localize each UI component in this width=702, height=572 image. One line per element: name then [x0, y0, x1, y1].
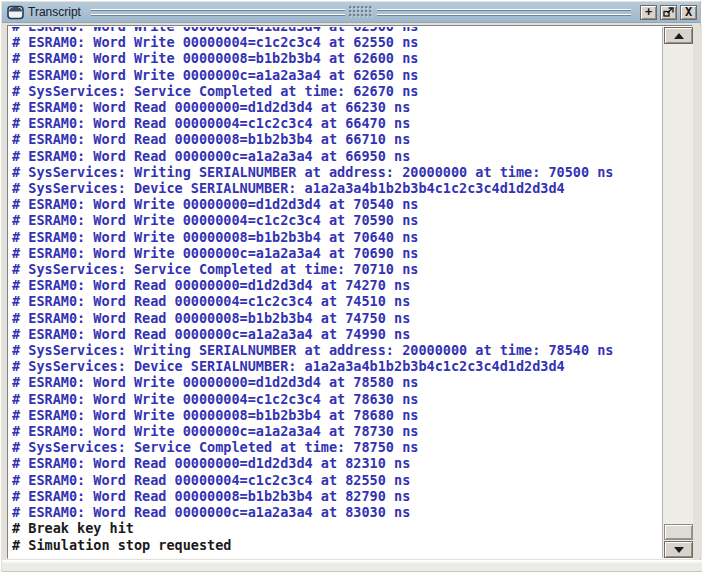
arrow-up-icon: [674, 33, 684, 39]
log-line: # ESRAM0: Word Write 00000000=d1d2d3d4 a…: [12, 27, 613, 34]
plus-icon: +: [645, 6, 652, 18]
close-icon: X: [685, 6, 692, 18]
log-line: # ESRAM0: Word Read 00000000=d1d2d3d4 at…: [12, 277, 613, 293]
log-line: # SysServices: Writing SERIALNUMBER at a…: [12, 342, 613, 358]
window-title: Transcript: [28, 5, 81, 19]
log-line: # SysServices: Service Completed at time…: [12, 439, 613, 455]
scrollbar-thumb[interactable]: [664, 524, 693, 540]
scroll-down-button[interactable]: [664, 541, 693, 558]
close-button[interactable]: X: [680, 5, 697, 20]
log-line: # ESRAM0: Word Read 0000000c=a1a2a3a4 at…: [12, 504, 613, 520]
log-line: # ESRAM0: Word Read 00000008=b1b2b3b4 at…: [12, 310, 613, 326]
window-frame-right: [693, 25, 702, 559]
transcript-window: Transcript + X # ESRAM0: Word Write 0000…: [0, 0, 702, 572]
log-line: # ESRAM0: Word Read 00000000=d1d2d3d4 at…: [12, 99, 613, 115]
titlebar-grip-right[interactable]: [377, 7, 631, 18]
undock-button[interactable]: [660, 5, 677, 20]
log-line: # ESRAM0: Word Read 00000004=c1c2c3c4 at…: [12, 293, 613, 309]
undock-icon: [663, 7, 674, 17]
log-line: # SysServices: Device SERIALNUMBER: a1a2…: [12, 180, 613, 196]
transcript-content: # ESRAM0: Word Write 00000000=d1d2d3d4 a…: [7, 25, 693, 559]
log-line: # ESRAM0: Word Read 00000004=c1c2c3c4 at…: [12, 115, 613, 131]
log-line: # ESRAM0: Word Read 00000000=d1d2d3d4 at…: [12, 455, 613, 471]
transcript-window-icon: [7, 5, 24, 20]
log-line: # ESRAM0: Word Write 0000000c=a1a2a3a4 a…: [12, 67, 613, 83]
expand-button[interactable]: +: [640, 5, 657, 20]
log-line: # SysServices: Writing SERIALNUMBER at a…: [12, 164, 613, 180]
log-viewport[interactable]: # ESRAM0: Word Write 00000000=d1d2d3d4 a…: [9, 27, 661, 558]
log-line: # SysServices: Device SERIALNUMBER: a1a2…: [12, 358, 613, 374]
log-line: # Break key hit: [12, 520, 613, 536]
titlebar-grip-left[interactable]: [91, 7, 345, 18]
log-line: # ESRAM0: Word Write 00000004=c1c2c3c4 a…: [12, 212, 613, 228]
arrow-down-icon: [674, 547, 684, 553]
log-line: # ESRAM0: Word Write 00000004=c1c2c3c4 a…: [12, 391, 613, 407]
log-line: # ESRAM0: Word Write 00000000=d1d2d3d4 a…: [12, 374, 613, 390]
log-line: # ESRAM0: Word Read 0000000c=a1a2a3a4 at…: [12, 326, 613, 342]
vertical-scrollbar[interactable]: [662, 27, 693, 558]
titlebar-grip-handle[interactable]: [349, 6, 373, 18]
log-line: # SysServices: Service Completed at time…: [12, 261, 613, 277]
log-line: # ESRAM0: Word Read 00000008=b1b2b3b4 at…: [12, 131, 613, 147]
log-line: # Simulation stop requested: [12, 537, 613, 553]
log-line: # ESRAM0: Word Write 00000008=b1b2b3b4 a…: [12, 50, 613, 66]
log-line: # ESRAM0: Word Read 0000000c=a1a2a3a4 at…: [12, 148, 613, 164]
log-line: # ESRAM0: Word Write 00000000=d1d2d3d4 a…: [12, 196, 613, 212]
log-line: # ESRAM0: Word Read 00000004=c1c2c3c4 at…: [12, 472, 613, 488]
scroll-up-button[interactable]: [664, 27, 693, 44]
log-line: # ESRAM0: Word Write 00000004=c1c2c3c4 a…: [12, 34, 613, 50]
log-line: # ESRAM0: Word Write 0000000c=a1a2a3a4 a…: [12, 423, 613, 439]
log-line: # ESRAM0: Word Write 0000000c=a1a2a3a4 a…: [12, 245, 613, 261]
titlebar[interactable]: Transcript + X: [2, 2, 700, 23]
window-frame-bottom: [2, 560, 702, 572]
log-line: # ESRAM0: Word Write 00000008=b1b2b3b4 a…: [12, 407, 613, 423]
log-line: # ESRAM0: Word Write 00000008=b1b2b3b4 a…: [12, 229, 613, 245]
log-text: # ESRAM0: Word Write 00000000=d1d2d3d4 a…: [12, 27, 613, 553]
titlebar-buttons: + X: [640, 5, 697, 20]
log-line: # SysServices: Service Completed at time…: [12, 83, 613, 99]
log-line: # ESRAM0: Word Read 00000008=b1b2b3b4 at…: [12, 488, 613, 504]
